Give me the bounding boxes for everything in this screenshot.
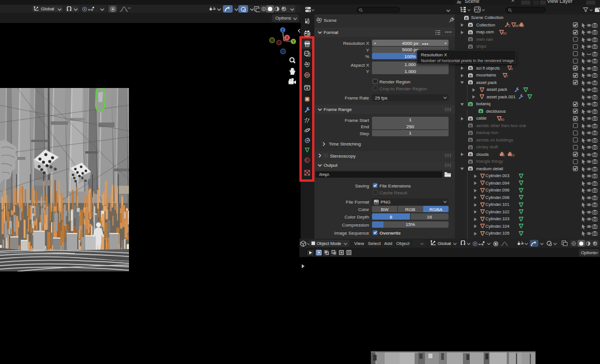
svg-text:Z: Z xyxy=(282,28,284,32)
svg-text:X: X xyxy=(286,36,288,40)
svg-text:Y: Y xyxy=(292,40,295,44)
